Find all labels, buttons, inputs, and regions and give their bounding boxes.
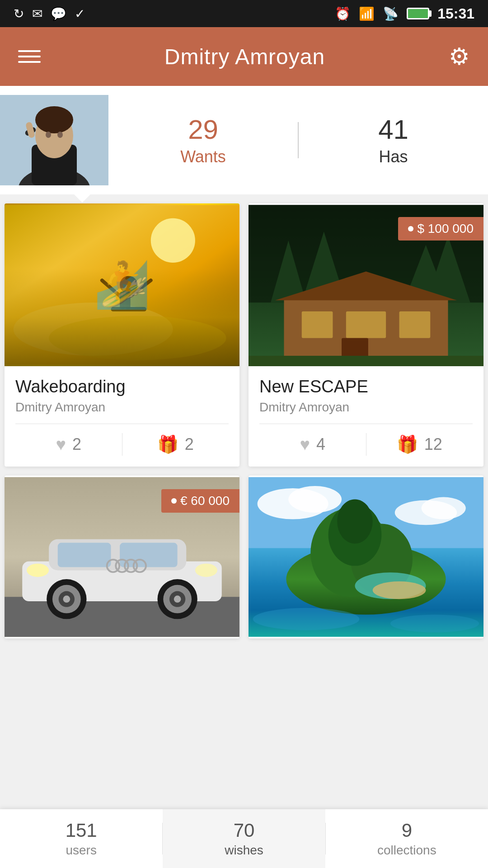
svg-point-4 bbox=[35, 106, 73, 133]
svg-rect-14 bbox=[120, 292, 125, 309]
svg-rect-9 bbox=[5, 205, 239, 364]
profile-indicator bbox=[72, 193, 92, 203]
likes-count: 4 bbox=[316, 435, 325, 454]
profile-stats: 29 Wants 41 Has bbox=[108, 105, 488, 175]
alarm-icon: ⏰ bbox=[335, 6, 351, 21]
wishes-count: 70 bbox=[234, 820, 255, 841]
svg-rect-37 bbox=[58, 543, 111, 567]
wants-count: 29 bbox=[117, 114, 289, 145]
cabin-image: $ 100 000 bbox=[249, 203, 483, 366]
settings-button[interactable]: ⚙ bbox=[449, 43, 470, 70]
gifts-count: 2 bbox=[185, 435, 194, 454]
gift-icon: 🎁 bbox=[397, 434, 418, 454]
svg-point-12 bbox=[49, 316, 226, 360]
wifi-icon: 📶 bbox=[359, 6, 375, 21]
card-image-escape: $ 100 000 bbox=[249, 203, 483, 366]
gift-icon: 🎁 bbox=[157, 434, 178, 454]
svg-point-66 bbox=[253, 608, 359, 630]
gifts-action[interactable]: 🎁 2 bbox=[122, 434, 229, 454]
card-wakeboarding[interactable]: Wakeboarding Dmitry Amroyan ♥ 2 🎁 2 bbox=[5, 203, 239, 467]
svg-point-13 bbox=[120, 276, 137, 293]
has-stat[interactable]: 41 Has bbox=[299, 105, 488, 175]
tab-collections[interactable]: 9 collections bbox=[326, 809, 488, 868]
has-count: 41 bbox=[308, 114, 479, 145]
card-actions: ♥ 4 🎁 12 bbox=[249, 433, 483, 467]
svg-rect-16 bbox=[111, 307, 146, 311]
svg-point-57 bbox=[422, 497, 466, 519]
car-image: € 60 000 bbox=[5, 476, 239, 638]
svg-point-10 bbox=[151, 218, 195, 263]
wants-label: Wants bbox=[117, 147, 289, 166]
likes-action[interactable]: ♥ 2 bbox=[15, 435, 122, 454]
bottom-tab-bar: 151 users 70 wishes 9 collections bbox=[0, 809, 488, 868]
avatar bbox=[0, 95, 108, 185]
likes-count: 2 bbox=[72, 435, 81, 454]
svg-point-40 bbox=[195, 564, 217, 577]
wishes-label: wishes bbox=[225, 843, 263, 858]
svg-rect-34 bbox=[5, 597, 239, 637]
status-bar: ↻ ✉ 💬 ✓ ⏰ 📶 📡 15:31 bbox=[0, 0, 488, 27]
card-author: Dmitry Amroyan bbox=[15, 400, 229, 415]
status-icons-left: ↻ ✉ 💬 ✓ bbox=[14, 6, 85, 21]
tab-wishes[interactable]: 70 wishes bbox=[163, 809, 325, 868]
signal-icon: 📡 bbox=[383, 6, 399, 21]
svg-point-5 bbox=[46, 132, 51, 138]
status-icons-right: ⏰ 📶 📡 15:31 bbox=[335, 5, 474, 22]
card-divider bbox=[259, 424, 473, 424]
svg-rect-15 bbox=[125, 292, 131, 309]
svg-rect-28 bbox=[346, 311, 386, 338]
heart-icon: ♥ bbox=[56, 435, 66, 454]
has-label: Has bbox=[308, 147, 479, 166]
menu-button[interactable] bbox=[18, 50, 41, 63]
profile-section: 29 Wants 41 Has bbox=[0, 86, 488, 194]
gifts-action[interactable]: 🎁 12 bbox=[366, 434, 473, 454]
users-label: users bbox=[66, 843, 96, 858]
card-island[interactable] bbox=[249, 476, 483, 638]
check-icon: ✓ bbox=[75, 6, 85, 21]
card-escape[interactable]: $ 100 000 New ESCAPE Dmitry Amroyan ♥ 4 … bbox=[249, 203, 483, 467]
card-image-island bbox=[249, 476, 483, 638]
price-text: € 60 000 bbox=[180, 494, 230, 508]
gifts-count: 12 bbox=[424, 435, 442, 454]
app-header: Dmitry Amroyan ⚙ bbox=[0, 27, 488, 86]
svg-line-17 bbox=[102, 280, 120, 296]
svg-point-55 bbox=[288, 486, 342, 513]
cards-grid: Wakeboarding Dmitry Amroyan ♥ 2 🎁 2 bbox=[0, 194, 488, 706]
battery-icon bbox=[407, 8, 429, 19]
message-icon: 💬 bbox=[51, 6, 66, 21]
svg-rect-27 bbox=[302, 311, 333, 338]
card-content: New ESCAPE Dmitry Amroyan bbox=[249, 366, 483, 424]
price-badge-escape: $ 100 000 bbox=[398, 217, 483, 241]
card-title: New ESCAPE bbox=[259, 377, 473, 396]
price-badge-car: € 60 000 bbox=[161, 489, 239, 513]
svg-point-65 bbox=[373, 581, 426, 599]
price-text: $ 100 000 bbox=[417, 222, 474, 236]
sync-icon: ↻ bbox=[14, 6, 24, 21]
card-actions: ♥ 2 🎁 2 bbox=[5, 433, 239, 467]
svg-point-48 bbox=[174, 595, 181, 603]
svg-point-11 bbox=[14, 302, 173, 356]
card-content: Wakeboarding Dmitry Amroyan bbox=[5, 366, 239, 424]
heart-icon: ♥ bbox=[300, 435, 310, 454]
users-count: 151 bbox=[66, 820, 97, 841]
wakeboarding-image bbox=[5, 203, 239, 366]
likes-action[interactable]: ♥ 4 bbox=[259, 435, 366, 454]
mail-icon: ✉ bbox=[32, 6, 42, 21]
svg-rect-32 bbox=[249, 356, 483, 366]
card-image-car: € 60 000 bbox=[5, 476, 239, 638]
card-car[interactable]: € 60 000 bbox=[5, 476, 239, 638]
svg-point-6 bbox=[57, 132, 63, 138]
tab-users[interactable]: 151 users bbox=[0, 809, 162, 868]
svg-point-39 bbox=[27, 564, 49, 577]
svg-rect-29 bbox=[399, 311, 431, 338]
card-author: Dmitry Amroyan bbox=[259, 400, 473, 415]
card-image-wakeboarding bbox=[5, 203, 239, 366]
card-divider bbox=[15, 424, 229, 424]
collections-count: 9 bbox=[402, 820, 412, 841]
wants-stat[interactable]: 29 Wants bbox=[108, 105, 298, 175]
collections-label: collections bbox=[377, 843, 436, 858]
svg-point-67 bbox=[390, 615, 479, 632]
svg-line-18 bbox=[131, 280, 151, 296]
card-title: Wakeboarding bbox=[15, 377, 229, 396]
svg-point-63 bbox=[337, 499, 372, 543]
